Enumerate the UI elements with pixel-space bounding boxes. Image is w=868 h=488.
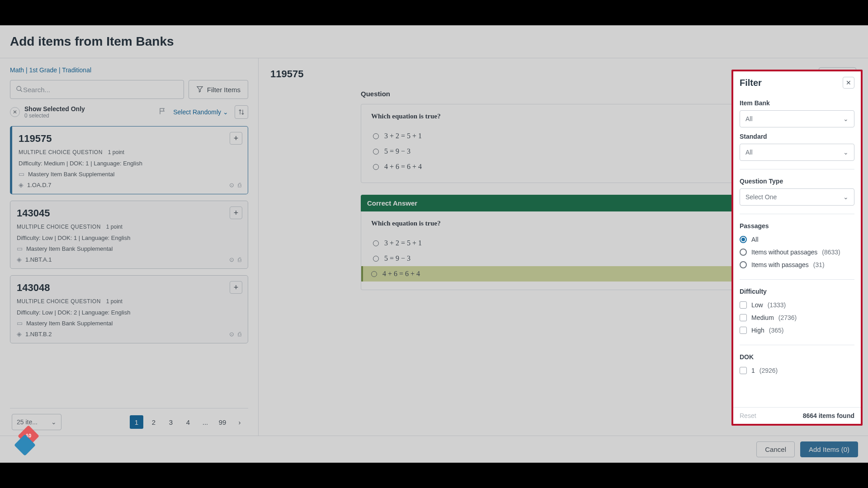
svg-point-0 <box>17 86 21 90</box>
filter-items-label: Filter Items <box>207 86 241 94</box>
question-card: Which equation is true? 3 + 2 = 5 + 1 5 … <box>361 104 766 183</box>
difficulty-check-medium[interactable]: Medium (2736) <box>740 311 854 324</box>
view-icon[interactable]: ⊙ <box>229 182 234 188</box>
item-card[interactable]: + 119575 MULTIPLE CHOICE QUESTION1 point… <box>10 126 248 194</box>
item-type: MULTIPLE CHOICE QUESTION <box>17 298 101 305</box>
show-selected-label: Show Selected Only <box>24 105 85 113</box>
radio-icon <box>373 256 379 262</box>
radio-icon <box>371 271 377 277</box>
notification-badge[interactable]: 10 <box>17 428 39 450</box>
item-points: 1 point <box>106 298 123 305</box>
passages-radio-with[interactable]: Items with passages (31) <box>740 258 854 271</box>
chevron-down-icon: ⌄ <box>843 115 849 122</box>
tag-icon: ◈ <box>19 181 24 188</box>
item-standard: 1.NBT.B.2 <box>25 331 52 338</box>
item-card[interactable]: + 143048 MULTIPLE CHOICE QUESTION1 point… <box>10 275 248 343</box>
chevron-down-icon: ⌄ <box>843 193 849 201</box>
page-2[interactable]: 2 <box>147 415 160 429</box>
item-meta: Difficulty: Low | DOK: 1 | Language: Eng… <box>17 235 241 241</box>
question-type-label: Question Type <box>740 178 854 185</box>
item-card[interactable]: + 143045 MULTIPLE CHOICE QUESTION1 point… <box>10 201 248 269</box>
answer-option: 3 + 2 = 5 + 1 <box>371 235 755 251</box>
question-option[interactable]: 3 + 2 = 5 + 1 <box>371 128 755 144</box>
difficulty-check-high[interactable]: High (365) <box>740 324 854 337</box>
radio-icon <box>373 149 379 155</box>
radio-icon <box>373 133 379 139</box>
svg-marker-2 <box>197 86 203 92</box>
add-item-button[interactable]: + <box>230 206 242 219</box>
item-meta: Difficulty: Low | DOK: 2 | Language: Eng… <box>17 309 241 316</box>
print-icon[interactable]: ⎙ <box>238 256 241 263</box>
add-items-button[interactable]: Add Items (0) <box>800 441 858 457</box>
select-randomly-link[interactable]: Select Randomly ⌄ <box>173 108 228 116</box>
item-id: 143048 <box>17 282 241 294</box>
bank-icon: ▭ <box>19 170 24 178</box>
difficulty-check-low[interactable]: Low (1333) <box>740 299 854 311</box>
selected-count: 0 selected <box>24 113 85 119</box>
preview-id: 119575 <box>270 68 303 80</box>
page-4[interactable]: 4 <box>181 415 195 429</box>
page-last[interactable]: 99 <box>216 415 229 429</box>
standard-select[interactable]: All⌄ <box>740 144 854 161</box>
print-icon[interactable]: ⎙ <box>238 182 241 188</box>
item-bank: Mastery Item Bank Supplemental <box>28 171 114 178</box>
item-bank: Mastery Item Bank Supplemental <box>26 320 113 327</box>
item-points: 1 point <box>108 149 124 155</box>
question-option[interactable]: 5 = 9 − 3 <box>371 144 755 159</box>
radio-icon <box>373 240 379 246</box>
chevron-down-icon: ⌄ <box>51 418 57 426</box>
item-meta: Difficulty: Medium | DOK: 1 | Language: … <box>19 160 241 167</box>
search-icon <box>16 85 23 94</box>
item-standard: 1.OA.D.7 <box>27 182 51 188</box>
clear-selection-button[interactable]: ✕ <box>10 107 20 117</box>
standard-label: Standard <box>740 133 854 140</box>
item-list: + 119575 MULTIPLE CHOICE QUESTION1 point… <box>10 126 248 408</box>
tag-icon: ◈ <box>17 330 22 338</box>
question-type-select[interactable]: Select One⌄ <box>740 188 854 206</box>
close-filter-button[interactable]: ✕ <box>843 77 854 89</box>
answer-card: Which equation is true? 3 + 2 = 5 + 1 5 … <box>361 211 766 290</box>
page-next[interactable]: › <box>233 415 246 429</box>
bank-icon: ▭ <box>17 245 23 252</box>
view-icon[interactable]: ⊙ <box>229 256 234 263</box>
correct-answer-header: Correct Answer <box>361 195 766 211</box>
passages-radio-without[interactable]: Items without passages (8633) <box>740 246 854 258</box>
passages-radio-all[interactable]: All <box>740 233 854 246</box>
item-bank: Mastery Item Bank Supplemental <box>26 245 113 252</box>
page-size-select[interactable]: 25 ite...⌄ <box>12 414 61 430</box>
search-input[interactable] <box>23 86 178 94</box>
item-points: 1 point <box>106 224 123 230</box>
items-found-count: 8664 items found <box>803 412 854 419</box>
bank-icon: ▭ <box>17 319 23 327</box>
item-bank-select[interactable]: All⌄ <box>740 110 854 127</box>
left-panel: Math | 1st Grade | Traditional Filter It… <box>0 58 259 436</box>
answer-prompt: Which equation is true? <box>371 220 755 227</box>
sort-button[interactable] <box>235 105 248 119</box>
pagination: 1 2 3 4 ... 99 › <box>130 415 246 429</box>
passages-label: Passages <box>740 222 854 230</box>
breadcrumb[interactable]: Math | 1st Grade | Traditional <box>10 66 248 74</box>
reset-filters-button[interactable]: Reset <box>740 412 756 419</box>
dok-label: DOK <box>740 353 854 361</box>
add-item-button[interactable]: + <box>230 281 242 294</box>
add-item-button[interactable]: + <box>230 132 242 145</box>
page-3[interactable]: 3 <box>164 415 178 429</box>
question-option[interactable]: 4 + 6 = 6 + 4 <box>371 159 755 174</box>
item-id: 119575 <box>19 133 241 145</box>
page-ellipsis: ... <box>198 415 212 429</box>
page-1[interactable]: 1 <box>130 415 143 429</box>
svg-line-1 <box>20 90 22 92</box>
view-icon[interactable]: ⊙ <box>229 331 234 338</box>
item-standard: 1.NBT.A.1 <box>25 256 52 263</box>
footer-actions: Cancel Add Items (0) <box>0 436 868 463</box>
print-icon[interactable]: ⎙ <box>238 331 241 338</box>
answer-option-correct: 4 + 6 = 6 + 4✓ <box>361 266 765 282</box>
tag-icon: ◈ <box>17 256 22 263</box>
radio-icon <box>373 164 379 170</box>
dok-check-1[interactable]: 1 (2926) <box>740 364 854 377</box>
filter-items-button[interactable]: Filter Items <box>189 80 248 99</box>
answer-option: 5 = 9 − 3 <box>371 251 755 266</box>
cancel-button[interactable]: Cancel <box>756 441 795 457</box>
chevron-down-icon: ⌄ <box>843 149 849 156</box>
item-type: MULTIPLE CHOICE QUESTION <box>19 149 103 155</box>
